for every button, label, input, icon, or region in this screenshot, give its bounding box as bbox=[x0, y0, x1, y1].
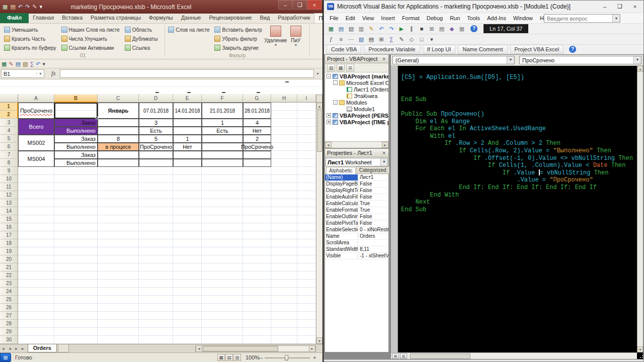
cell-F8[interactable] bbox=[202, 159, 243, 167]
ribbon-big-button[interactable]: ПиУ▼ bbox=[286, 25, 305, 47]
dropdown-icon[interactable]: ▼ bbox=[633, 56, 641, 64]
column-header-G[interactable]: G bbox=[243, 95, 271, 103]
ribbon-tab[interactable]: Разметка страницы bbox=[87, 13, 145, 23]
row-header-24[interactable]: 24 bbox=[0, 288, 18, 296]
collapse-icon[interactable]: - bbox=[333, 100, 338, 105]
row-header-27[interactable]: 27 bbox=[0, 312, 18, 320]
cell-A7[interactable]: MS004 bbox=[18, 151, 54, 167]
name-box-dropdown-icon[interactable]: ▼ bbox=[37, 72, 44, 75]
cell-F4[interactable]: Есть bbox=[202, 127, 243, 135]
property-row[interactable]: EnableAutoFilterFalse bbox=[325, 194, 388, 201]
cell-A1[interactable]: ПроСрочено bbox=[18, 103, 54, 119]
dropdown-icon[interactable]: ▼ bbox=[380, 158, 387, 166]
cell-E5[interactable]: 1 bbox=[173, 135, 202, 143]
cell-G8[interactable] bbox=[243, 159, 271, 167]
menu-insert[interactable]: Insert bbox=[377, 14, 398, 23]
property-value[interactable]: Лист1 bbox=[358, 174, 388, 180]
undo-icon[interactable]: ↶ bbox=[36, 60, 40, 68]
scroll-left-icon[interactable]: ◄ bbox=[325, 142, 332, 148]
tree-item[interactable]: Лист1 (Orders) bbox=[325, 86, 388, 93]
addin-button[interactable]: Code VBA bbox=[327, 45, 361, 54]
worksheet-grid[interactable]: 1234567891011121314151617181920212223242… bbox=[0, 103, 316, 344]
scrollbar-thumb[interactable] bbox=[410, 353, 470, 359]
ribbon-button[interactable]: Ссылки Активными bbox=[60, 43, 121, 52]
ribbon-tab[interactable]: Данные bbox=[177, 13, 205, 23]
add-icon[interactable]: ⊞ bbox=[377, 35, 386, 44]
ribbon-button[interactable]: Область bbox=[124, 25, 159, 34]
cell-C4[interactable] bbox=[98, 127, 139, 135]
column-header-B[interactable]: B bbox=[54, 95, 98, 103]
dropdown-icon[interactable]: ▾ bbox=[427, 35, 436, 44]
ribbon-button[interactable]: Убрать фильтр bbox=[213, 34, 263, 43]
property-value[interactable]: False bbox=[358, 194, 388, 200]
cell-G3[interactable]: 4 bbox=[243, 119, 271, 127]
insert-sheet-tab[interactable] bbox=[58, 344, 69, 352]
property-row[interactable]: EnableFormatCoTrue bbox=[325, 207, 388, 214]
expand-icon[interactable]: + bbox=[327, 120, 331, 124]
box-icon[interactable]: □ bbox=[417, 35, 426, 44]
horizontal-scrollbar[interactable]: ◄ ► bbox=[195, 345, 316, 352]
maximize-button[interactable]: ❑ bbox=[293, 0, 307, 10]
ribbon-tab[interactable]: Вставка bbox=[58, 13, 87, 23]
cell-F5[interactable] bbox=[202, 135, 243, 143]
cell-D5[interactable]: 5 bbox=[139, 135, 173, 143]
sheet-tab-Orders[interactable]: Orders bbox=[28, 344, 57, 352]
property-value[interactable] bbox=[358, 240, 388, 246]
edit-icon[interactable]: ✎ bbox=[9, 60, 13, 68]
project-explorer-icon[interactable]: ▤ bbox=[437, 25, 446, 33]
column-header-C[interactable]: C bbox=[98, 95, 139, 103]
row-header-6[interactable]: 6 bbox=[0, 143, 18, 151]
tab-file[interactable]: Файл bbox=[0, 13, 29, 23]
sum-icon[interactable]: ∑ bbox=[30, 60, 34, 68]
cell-C6[interactable]: в процесе bbox=[98, 143, 139, 151]
windows-start-button[interactable]: ⊞ bbox=[0, 353, 11, 362]
view-excel-icon[interactable]: ▦ bbox=[327, 25, 336, 33]
save-icon[interactable]: ▤ bbox=[337, 25, 346, 33]
lines-icon[interactable]: ▤ bbox=[367, 35, 376, 44]
vertical-scrollbar[interactable]: ▲ ▼ bbox=[637, 66, 643, 352]
cell-G5[interactable]: 2 bbox=[243, 135, 271, 143]
zoom-in-button[interactable]: + bbox=[313, 354, 316, 360]
code-editor[interactable]: [C5] = Application.Sum([D5], [E5]) End S… bbox=[398, 66, 637, 352]
view-mode-icon[interactable]: ▦ bbox=[217, 354, 225, 361]
copy-icon[interactable]: ▤ bbox=[16, 60, 21, 68]
cell-E8[interactable] bbox=[173, 159, 202, 167]
cell-D3[interactable]: 3 bbox=[139, 119, 173, 127]
ribbon-tab[interactable]: Вид bbox=[256, 13, 274, 23]
row-header-18[interactable]: 18 bbox=[0, 239, 18, 247]
sheet-nav-icon[interactable]: ◄ bbox=[0, 346, 7, 351]
property-row[interactable]: EnableSelection0 - xlNoRestrict bbox=[325, 227, 388, 233]
scroll-right-icon[interactable]: ► bbox=[309, 346, 315, 351]
cell-E6[interactable]: Нет bbox=[173, 143, 202, 151]
ribbon-tab[interactable]: Главная bbox=[29, 13, 58, 23]
more-icon[interactable]: ⋯ bbox=[347, 35, 356, 44]
object-browser-icon[interactable]: ▦ bbox=[457, 25, 466, 33]
row-header-9[interactable]: 9 bbox=[0, 167, 18, 175]
paste-icon[interactable]: ✎ bbox=[367, 25, 376, 33]
cell-B3[interactable]: Заказ bbox=[54, 119, 98, 127]
property-row[interactable]: EnablePivotTableFalse bbox=[325, 220, 388, 227]
view-mode-icon[interactable]: ▤ bbox=[225, 354, 233, 361]
formula-input[interactable] bbox=[60, 69, 314, 78]
tab-categorized[interactable]: Categorized bbox=[356, 166, 389, 173]
cell-C1[interactable]: Январь bbox=[98, 103, 139, 119]
addin-button[interactable]: Procedure Variable bbox=[364, 45, 420, 54]
row-header-12[interactable]: 12 bbox=[0, 191, 18, 199]
scroll-down-icon[interactable]: ▼ bbox=[316, 337, 323, 344]
design-mode-icon[interactable]: ⊞ bbox=[427, 25, 436, 33]
row-header-14[interactable]: 14 bbox=[0, 207, 18, 215]
ribbon-tab[interactable]: Рецензирование bbox=[205, 13, 256, 23]
ribbon-button[interactable]: Дубликаты bbox=[124, 34, 159, 43]
scroll-up-icon[interactable]: ▲ bbox=[316, 103, 323, 109]
view-object-icon[interactable]: ▦ bbox=[337, 64, 345, 71]
cell-D7[interactable] bbox=[139, 151, 173, 159]
collapse-icon[interactable]: - bbox=[327, 74, 331, 78]
cell-B8[interactable]: Выполнено bbox=[54, 159, 98, 167]
property-value[interactable]: False bbox=[358, 220, 388, 226]
property-value[interactable]: Orders bbox=[358, 233, 388, 239]
split-view-icon[interactable]: ▤ bbox=[392, 353, 399, 359]
row-header-21[interactable]: 21 bbox=[0, 263, 18, 272]
object-selector[interactable]: Лист1 Worksheet ▼ bbox=[326, 158, 388, 166]
row-header-22[interactable]: 22 bbox=[0, 272, 18, 280]
vertical-scrollbar[interactable]: ▲ ▼ bbox=[316, 103, 323, 344]
